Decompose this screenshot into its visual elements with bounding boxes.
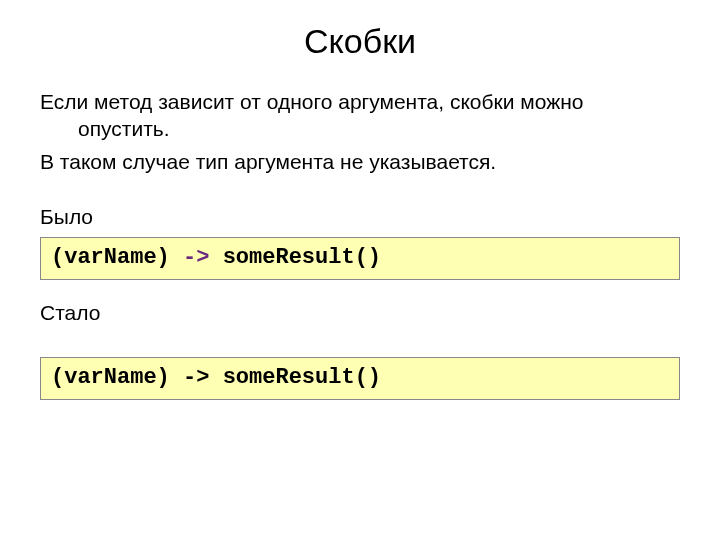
code-block-before: (varName) -> someResult()	[40, 237, 680, 280]
code-token-arrow: ->	[170, 365, 223, 390]
slide-title: Скобки	[0, 0, 720, 89]
slide-body: Если метод зависит от одного аргумента, …	[0, 89, 720, 400]
spacer	[40, 280, 680, 300]
label-before: Было	[40, 204, 680, 231]
spacer	[40, 333, 680, 353]
code-token-arrow: ->	[170, 245, 223, 270]
code-token: (varName)	[51, 365, 170, 390]
spacer	[40, 182, 680, 204]
code-token: someResult()	[223, 365, 381, 390]
label-after: Стало	[40, 300, 680, 327]
code-token: (varName)	[51, 245, 170, 270]
code-token: someResult()	[223, 245, 381, 270]
code-block-after: (varName) -> someResult()	[40, 357, 680, 400]
paragraph-1: Если метод зависит от одного аргумента, …	[40, 89, 680, 143]
paragraph-2: В таком случае тип аргумента не указывае…	[40, 149, 680, 176]
slide: Скобки Если метод зависит от одного аргу…	[0, 0, 720, 540]
